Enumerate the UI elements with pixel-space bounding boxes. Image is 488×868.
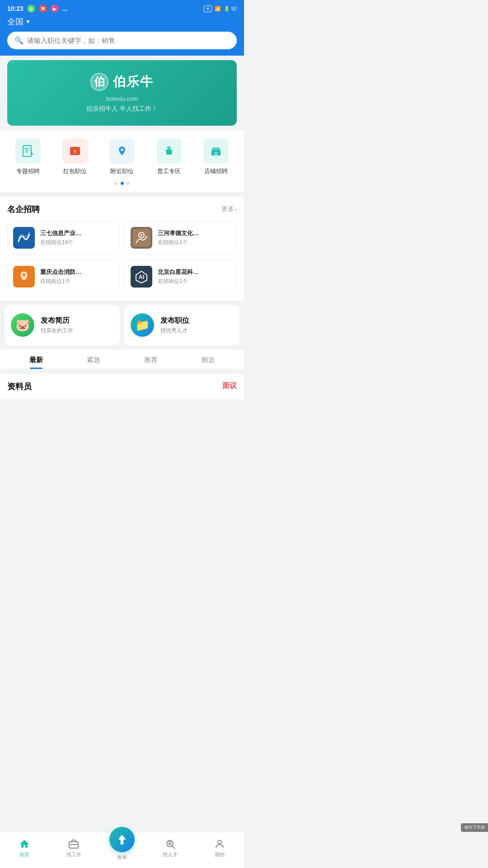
header: 全国 ▼ 🔍 bbox=[0, 16, 244, 56]
company-info-1: 三河孝德文化… 在招岗位1个 bbox=[158, 229, 231, 246]
quick-item-0[interactable]: 专题招聘 bbox=[15, 138, 41, 175]
company-info-0: 三七信息产业… 在招岗位16个 bbox=[40, 229, 113, 246]
search-input[interactable] bbox=[27, 37, 230, 44]
company-logo-0 bbox=[13, 227, 35, 249]
company-grid: 三七信息产业… 在招岗位16个 三河孝德文化… 在招岗位1个 bbox=[7, 221, 237, 293]
company-name-3: 北京白星花科… bbox=[158, 268, 231, 276]
publish-resume-text: 发布简历 找喜欢的工作 bbox=[41, 316, 73, 335]
more-arrow-icon: › bbox=[235, 206, 237, 212]
app-icon-1: ◎ bbox=[27, 5, 35, 13]
company-logo-3: AI bbox=[131, 266, 152, 288]
company-logo-1 bbox=[131, 227, 152, 249]
tab-urgent[interactable]: 紧急 bbox=[65, 349, 122, 369]
section-header: 名企招聘 更多 › bbox=[7, 204, 237, 215]
svg-rect-0 bbox=[23, 146, 31, 156]
banner-logo: 伯 伯乐牛 bbox=[90, 73, 154, 91]
banner-logo-text: 伯乐牛 bbox=[113, 73, 154, 90]
status-bar: 10:23 ◎ 淘 ▶ ... ✕ 📶 🔋 92 bbox=[0, 0, 244, 16]
company-jobs-2: 在招岗位1个 bbox=[40, 278, 113, 285]
tabs-section: 最新 紧急 推荐 附近 bbox=[0, 349, 244, 369]
company-name-1: 三河孝德文化… bbox=[158, 229, 231, 237]
app-icon-2: 淘 bbox=[39, 5, 47, 13]
quick-icon-hongbao: ¥ bbox=[62, 138, 88, 164]
screen-record-icon: ✕ bbox=[204, 5, 212, 12]
svg-text:AI: AI bbox=[139, 274, 145, 280]
time: 10:23 bbox=[7, 5, 23, 12]
banner-slogan: 伯乐招牛人 牛人找工作！ bbox=[86, 105, 158, 113]
quick-label-2: 附近职位 bbox=[110, 167, 134, 175]
publish-section: 🐷 发布简历 找喜欢的工作 📁 发布职位 招优秀人才 bbox=[0, 305, 244, 345]
banner-url: boleniu.com bbox=[106, 95, 138, 102]
status-left: 10:23 ◎ 淘 ▶ ... bbox=[7, 5, 67, 13]
svg-rect-12 bbox=[168, 146, 170, 148]
svg-point-8 bbox=[121, 149, 123, 151]
quick-label-4: 店铺招聘 bbox=[204, 167, 228, 175]
company-jobs-0: 在招岗位16个 bbox=[40, 239, 113, 246]
publish-resume-title: 发布简历 bbox=[41, 316, 73, 326]
location-text: 全国 bbox=[7, 16, 23, 27]
publish-resume-card[interactable]: 🐷 发布简历 找喜欢的工作 bbox=[5, 305, 120, 345]
company-info-2: 重庆点击消防… 在招岗位1个 bbox=[40, 268, 113, 285]
search-bar[interactable]: 🔍 bbox=[7, 32, 237, 49]
search-icon: 🔍 bbox=[14, 36, 23, 45]
job-salary: 面议 bbox=[222, 381, 237, 391]
tab-nearby[interactable]: 附近 bbox=[179, 349, 237, 369]
company-item-1[interactable]: 三河孝德文化… 在招岗位1个 bbox=[125, 221, 237, 255]
company-jobs-1: 在招岗位1个 bbox=[158, 239, 231, 246]
quick-item-4[interactable]: 店铺招聘 bbox=[203, 138, 229, 175]
quick-icon-pugong bbox=[156, 138, 182, 164]
job-title: 资料员 bbox=[7, 381, 32, 392]
dot-1 bbox=[121, 182, 124, 185]
quick-label-3: 普工专区 bbox=[157, 167, 181, 175]
publish-job-text: 发布职位 招优秀人才 bbox=[160, 316, 189, 335]
tab-latest[interactable]: 最新 bbox=[7, 349, 65, 369]
pagination-dots bbox=[0, 182, 244, 189]
tab-recommend[interactable]: 推荐 bbox=[122, 349, 179, 369]
banner: 伯 伯乐牛 boleniu.com 伯乐招牛人 牛人找工作！ bbox=[7, 60, 237, 126]
svg-point-5 bbox=[24, 148, 26, 149]
svg-marker-4 bbox=[31, 152, 33, 156]
publish-job-title: 发布职位 bbox=[160, 316, 189, 326]
svg-rect-14 bbox=[214, 152, 218, 156]
location-dropdown-icon: ▼ bbox=[25, 19, 31, 25]
notification-dots: ... bbox=[62, 5, 68, 12]
wifi-icon: 📶 bbox=[215, 6, 221, 12]
quick-item-1[interactable]: ¥ 红包职位 bbox=[62, 138, 88, 175]
quick-icons-section: 专题招聘 ¥ 红包职位 附近职位 普工专区 店铺招聘 bbox=[0, 130, 244, 192]
banner-logo-icon: 伯 bbox=[90, 73, 108, 91]
svg-point-18 bbox=[141, 234, 142, 236]
job-tabs: 最新 紧急 推荐 附近 bbox=[7, 349, 237, 369]
publish-resume-sub: 找喜欢的工作 bbox=[41, 327, 73, 335]
company-info-3: 北京白星花科… 在招岗位1个 bbox=[158, 268, 231, 285]
quick-icons-row: 专题招聘 ¥ 红包职位 附近职位 普工专区 店铺招聘 bbox=[0, 138, 244, 175]
quick-icon-shangpu bbox=[203, 138, 229, 164]
quick-icon-zhuanti bbox=[15, 138, 41, 164]
svg-text:¥: ¥ bbox=[74, 149, 77, 154]
famous-companies-section: 名企招聘 更多 › 三七信息产业… 在招岗位16个 bbox=[0, 197, 244, 301]
company-item-0[interactable]: 三七信息产业… 在招岗位16个 bbox=[7, 221, 119, 255]
company-name-0: 三七信息产业… bbox=[40, 229, 113, 237]
app-icon-3: ▶ bbox=[51, 5, 59, 13]
dot-0 bbox=[115, 182, 118, 185]
status-right: ✕ 📶 🔋 92 bbox=[204, 5, 237, 12]
svg-rect-11 bbox=[165, 150, 173, 151]
company-item-3[interactable]: AI 北京白星花科… 在招岗位1个 bbox=[125, 260, 237, 293]
quick-item-2[interactable]: 附近职位 bbox=[109, 138, 135, 175]
quick-label-1: 红包职位 bbox=[63, 167, 87, 175]
location-bar[interactable]: 全国 ▼ bbox=[7, 16, 237, 27]
company-item-2[interactable]: 重庆点击消防… 在招岗位1个 bbox=[7, 260, 119, 293]
company-name-2: 重庆点击消防… bbox=[40, 268, 113, 276]
battery-icon: 🔋 92 bbox=[224, 6, 237, 12]
company-logo-2 bbox=[13, 266, 35, 288]
quick-label-0: 专题招聘 bbox=[16, 167, 40, 175]
quick-item-3[interactable]: 普工专区 bbox=[156, 138, 182, 175]
publish-job-icon: 📁 bbox=[131, 313, 154, 337]
section-title: 名企招聘 bbox=[7, 204, 40, 215]
publish-job-sub: 招优秀人才 bbox=[160, 327, 189, 335]
company-jobs-3: 在招岗位1个 bbox=[158, 278, 231, 285]
quick-icon-fujin bbox=[109, 138, 135, 164]
more-link[interactable]: 更多 › bbox=[221, 205, 237, 213]
publish-job-card[interactable]: 📁 发布职位 招优秀人才 bbox=[124, 305, 239, 345]
publish-resume-icon: 🐷 bbox=[11, 313, 34, 337]
job-preview-card[interactable]: 资料员 面议 bbox=[0, 374, 244, 399]
